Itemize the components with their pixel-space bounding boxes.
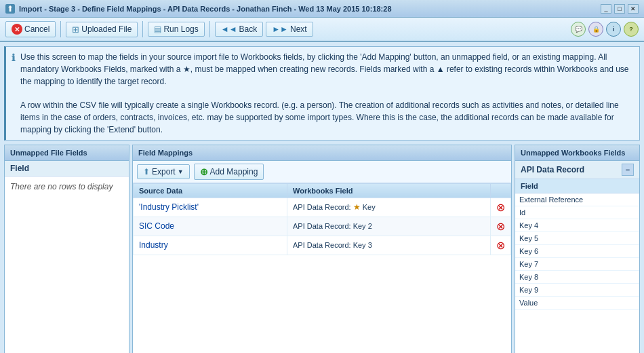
lock-icon[interactable]: 🔒 (588, 22, 603, 37)
info-panel: ℹ Use this screen to map the fields in y… (4, 46, 640, 141)
title-bar: ⬆ Import - Stage 3 - Define Field Mappin… (0, 0, 644, 18)
info-icon: ℹ (12, 52, 15, 136)
table-row[interactable]: 'Industry Picklist'API Data Record: ★ Ke… (134, 198, 511, 217)
list-item[interactable]: Value (515, 297, 639, 310)
list-item[interactable]: Key 8 (515, 271, 639, 284)
list-item[interactable]: Key 6 (515, 245, 639, 258)
right-record-subheader: API Data Record − (515, 161, 639, 179)
list-item[interactable]: Id (515, 206, 639, 219)
workbooks-field-cell: API Data Record: Key 2 (287, 217, 491, 236)
table-row[interactable]: SIC CodeAPI Data Record: Key 2⊗ (134, 217, 511, 236)
field-mappings-panel: Field Mappings ⬆ Export ▼ ⊕ Add Mapping … (132, 145, 512, 354)
separator-3 (209, 21, 210, 37)
source-link[interactable]: SIC Code (139, 221, 174, 231)
mappings-table: Source Data Workbooks Field 'Industry Pi… (133, 183, 511, 255)
next-button[interactable]: ►► Next (266, 22, 313, 37)
cancel-button[interactable]: ✕ Cancel (5, 21, 56, 37)
list-item[interactable]: Key 7 (515, 258, 639, 271)
center-panel-header: Field Mappings (133, 145, 511, 161)
close-button[interactable]: ✕ (628, 4, 639, 14)
list-item[interactable]: Key 9 (515, 284, 639, 297)
export-button[interactable]: ⬆ Export ▼ (137, 164, 190, 179)
right-panel-header: Unmapped Workbooks Fields (515, 145, 639, 161)
empty-message: There are no rows to display (10, 182, 113, 191)
col-actions-header (491, 183, 511, 198)
collapse-button[interactable]: − (622, 164, 634, 176)
list-item[interactable]: Key 5 (515, 232, 639, 245)
maximize-button[interactable]: □ (614, 4, 625, 14)
separator-1 (60, 21, 61, 37)
list-item[interactable]: Key 4 (515, 219, 639, 232)
table-row[interactable]: IndustryAPI Data Record: Key 3⊗ (134, 236, 511, 255)
source-link[interactable]: Industry (139, 240, 168, 250)
info-help-icon[interactable]: i (606, 22, 621, 37)
back-button[interactable]: ◄◄ Back (215, 22, 263, 37)
workbooks-field-cell: API Data Record: ★ Key (287, 198, 491, 217)
logs-icon: ▤ (154, 24, 161, 34)
unmapped-workbooks-fields-panel: Unmapped Workbooks Fields API Data Recor… (515, 145, 640, 354)
col-source-header: Source Data (134, 183, 287, 198)
left-panel-body: There are no rows to display (5, 176, 129, 354)
uploaded-file-button[interactable]: ⊞ Uploaded File (66, 22, 138, 37)
unmapped-file-fields-panel: Unmapped File Fields Field There are no … (4, 145, 129, 354)
window-title: Import - Stage 3 - Define Field Mappings… (19, 5, 392, 13)
right-panel-body: External ReferenceIdKey 4Key 5Key 6Key 7… (515, 193, 639, 354)
minimize-button[interactable]: _ (601, 4, 611, 14)
info-text: Use this screen to map the fields in you… (20, 51, 634, 136)
toolbar-right-icons: 💬 🔒 i ? (571, 22, 639, 37)
back-arrow-icon: ◄◄ (221, 24, 237, 34)
app-icon: ⬆ (5, 4, 15, 14)
workbooks-field-cell: API Data Record: Key 3 (287, 236, 491, 255)
left-field-subheader: Field (5, 161, 129, 176)
add-mapping-button[interactable]: ⊕ Add Mapping (194, 164, 264, 180)
add-mapping-icon: ⊕ (200, 166, 208, 177)
mappings-table-container: Source Data Workbooks Field 'Industry Pi… (133, 183, 511, 354)
delete-mapping-button[interactable]: ⊗ (496, 202, 505, 213)
main-content: Unmapped File Fields Field There are no … (4, 145, 640, 354)
list-item[interactable]: External Reference (515, 193, 639, 206)
export-icon: ⬆ (143, 167, 150, 176)
left-panel-header: Unmapped File Fields (5, 145, 129, 161)
delete-mapping-button[interactable]: ⊗ (496, 240, 505, 251)
separator-2 (142, 21, 143, 37)
export-dropdown-icon: ▼ (178, 168, 184, 175)
toolbar: ✕ Cancel ⊞ Uploaded File ▤ Run Logs ◄◄ B… (0, 18, 644, 42)
chat-icon[interactable]: 💬 (571, 22, 586, 37)
question-help-icon[interactable]: ? (624, 22, 639, 37)
delete-mapping-button[interactable]: ⊗ (496, 221, 505, 232)
run-logs-button[interactable]: ▤ Run Logs (148, 22, 204, 37)
next-arrow-icon: ►► (272, 24, 288, 34)
star-icon: ★ (353, 202, 361, 212)
col-workbooks-header: Workbooks Field (287, 183, 491, 198)
source-link[interactable]: 'Industry Picklist' (139, 202, 199, 212)
center-toolbar: ⬆ Export ▼ ⊕ Add Mapping (133, 161, 511, 183)
window-controls: _ □ ✕ (601, 4, 639, 14)
uploaded-icon: ⊞ (72, 24, 79, 35)
workbooks-fields-list: External ReferenceIdKey 4Key 5Key 6Key 7… (515, 193, 639, 310)
right-field-subheader: Field (515, 179, 639, 193)
cancel-icon: ✕ (12, 24, 22, 35)
